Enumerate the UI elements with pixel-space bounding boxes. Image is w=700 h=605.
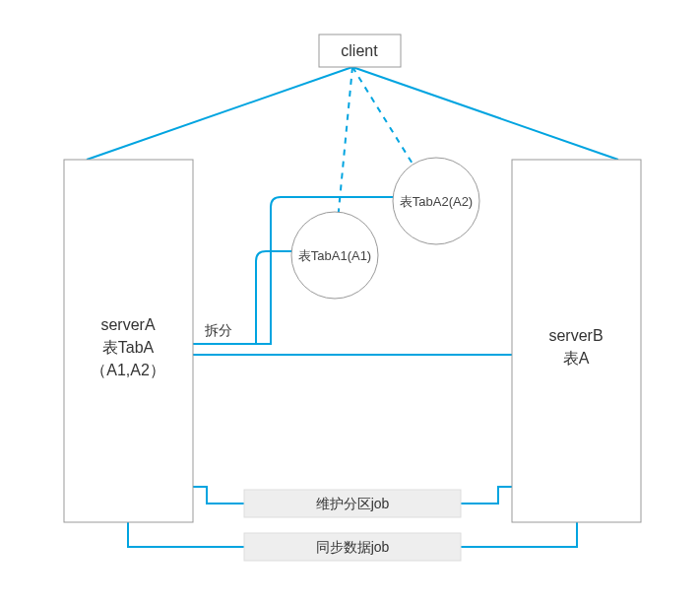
conn-job2-serverB xyxy=(461,522,577,547)
conn-serverA-job2 xyxy=(128,522,244,547)
serverA-line3: （A1,A2） xyxy=(91,362,165,378)
conn-job1-serverB xyxy=(461,487,512,504)
serverA-line1: serverA xyxy=(100,316,155,333)
serverA-line2: 表TabA xyxy=(102,339,155,356)
serverB-line2: 表A xyxy=(563,350,590,367)
client-label: client xyxy=(341,42,378,59)
split-label: 拆分 xyxy=(204,322,232,338)
tabA2-label: 表TabA2(A2) xyxy=(400,194,473,209)
conn-client-serverA xyxy=(87,67,352,160)
conn-serverA-job1 xyxy=(193,487,244,504)
job1-label: 维护分区job xyxy=(316,496,390,511)
serverB-line1: serverB xyxy=(548,327,603,344)
conn-client-serverB xyxy=(352,67,618,160)
diagram-svg: client serverA 表TabA （A1,A2） serverB 表A … xyxy=(0,0,700,605)
tabA1-label: 表TabA1(A1) xyxy=(298,248,371,263)
job2-label: 同步数据job xyxy=(316,539,390,555)
